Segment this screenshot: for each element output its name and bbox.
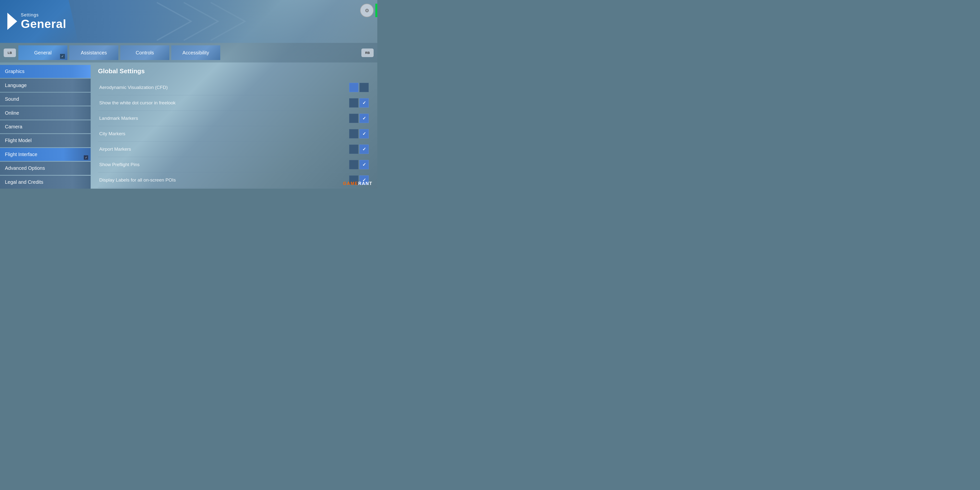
section-title: Global Settings	[98, 67, 370, 75]
sidebar-item-legal-credits[interactable]: Legal and Credits	[0, 176, 91, 189]
settings-label-airport: Airport Markers	[99, 146, 131, 152]
gamerant-rant: RANT	[358, 181, 372, 186]
header-chevrons-svg	[73, 0, 269, 43]
page-title: General	[21, 18, 67, 30]
settings-label-preflight: Show Preflight Pins	[99, 162, 140, 167]
gamerant-logo: GAMERANT	[343, 181, 372, 186]
settings-label-city: City Markers	[99, 131, 126, 137]
toggle-cursor-on[interactable]: ✓	[360, 98, 369, 108]
gamerant-game: GAME	[343, 181, 358, 186]
tab-navigation: LB General ✓ Assistances Controls Access…	[0, 43, 377, 62]
sidebar-item-language[interactable]: Language	[0, 79, 91, 92]
settings-icon: ⚙	[365, 8, 369, 13]
toggle-cursor-off[interactable]	[349, 98, 358, 108]
sidebar-item-camera[interactable]: Camera	[0, 120, 91, 133]
sidebar-flight-interface-checkmark: ✓	[84, 155, 88, 160]
toggle-preflight-on[interactable]: ✓	[360, 160, 369, 169]
toggle-airport[interactable]: ✓	[349, 145, 369, 154]
settings-row-pois: Display Labels for all on-screen POIs ✓	[98, 172, 370, 188]
tab-controls[interactable]: Controls	[120, 45, 169, 60]
toggle-city-off[interactable]	[349, 129, 358, 138]
toggle-city[interactable]: ✓	[349, 129, 369, 138]
sidebar-item-graphics[interactable]: Graphics	[0, 65, 91, 78]
header-settings-label: Settings	[21, 13, 67, 18]
toggle-city-on[interactable]: ✓	[360, 129, 369, 138]
settings-label-landmark: Landmark Markers	[99, 116, 138, 121]
top-right-icon[interactable]: ⚙	[360, 4, 374, 17]
tab-general[interactable]: General ✓	[18, 45, 67, 60]
toggle-cfd-off[interactable]	[360, 83, 369, 92]
toggle-preflight[interactable]: ✓	[349, 160, 369, 169]
sidebar-item-sound[interactable]: Sound	[0, 92, 91, 106]
header: Settings General	[0, 0, 377, 43]
sidebar: Graphics Language Sound Online Camera Fl…	[0, 62, 91, 189]
toggle-landmark-off[interactable]	[349, 114, 358, 123]
tab-general-checkmark: ✓	[60, 54, 65, 59]
settings-row-cfd: Aerodynamic Visualization (CFD)	[98, 80, 370, 95]
toggle-landmark-on[interactable]: ✓	[360, 114, 369, 123]
toggle-airport-on[interactable]: ✓	[360, 145, 369, 154]
toggle-landmark[interactable]: ✓	[349, 114, 369, 123]
header-title-group: Settings General	[21, 13, 67, 30]
settings-row-traffic: Show Traffic Nameplates	[98, 188, 370, 189]
sidebar-item-flight-model[interactable]: Flight Model	[0, 134, 91, 147]
settings-label-cursor: Show the white dot cursor in freelook	[99, 100, 176, 106]
toggle-cursor[interactable]: ✓	[349, 98, 369, 108]
sidebar-item-online[interactable]: Online	[0, 106, 91, 119]
rb-button[interactable]: RB	[361, 49, 374, 57]
tab-assistances[interactable]: Assistances	[69, 45, 118, 60]
settings-row-cursor: Show the white dot cursor in freelook ✓	[98, 95, 370, 111]
toggle-preflight-off[interactable]	[349, 160, 358, 169]
header-content: Settings General	[0, 13, 67, 30]
tabs-container: General ✓ Assistances Controls Accessibi…	[18, 45, 359, 60]
settings-row-airport: Airport Markers ✓	[98, 142, 370, 157]
settings-label-pois: Display Labels for all on-screen POIs	[99, 177, 176, 183]
settings-row-city: City Markers ✓	[98, 126, 370, 142]
sidebar-item-advanced-options[interactable]: Advanced Options	[0, 162, 91, 175]
green-bar	[375, 4, 377, 17]
right-panel: Global Settings Aerodynamic Visualizatio…	[91, 62, 377, 189]
sidebar-item-flight-interface[interactable]: Flight Interface ✓	[0, 148, 91, 161]
toggle-cfd[interactable]	[349, 83, 369, 92]
settings-row-landmark: Landmark Markers ✓	[98, 111, 370, 126]
settings-label-cfd: Aerodynamic Visualization (CFD)	[99, 85, 167, 90]
header-arrow-icon	[7, 13, 17, 30]
toggle-airport-off[interactable]	[349, 145, 358, 154]
tab-accessibility[interactable]: Accessibility	[171, 45, 220, 60]
lb-button[interactable]: LB	[4, 49, 16, 57]
main-content: Graphics Language Sound Online Camera Fl…	[0, 62, 377, 189]
settings-row-preflight: Show Preflight Pins ✓	[98, 157, 370, 172]
toggle-cfd-on[interactable]	[349, 83, 358, 92]
